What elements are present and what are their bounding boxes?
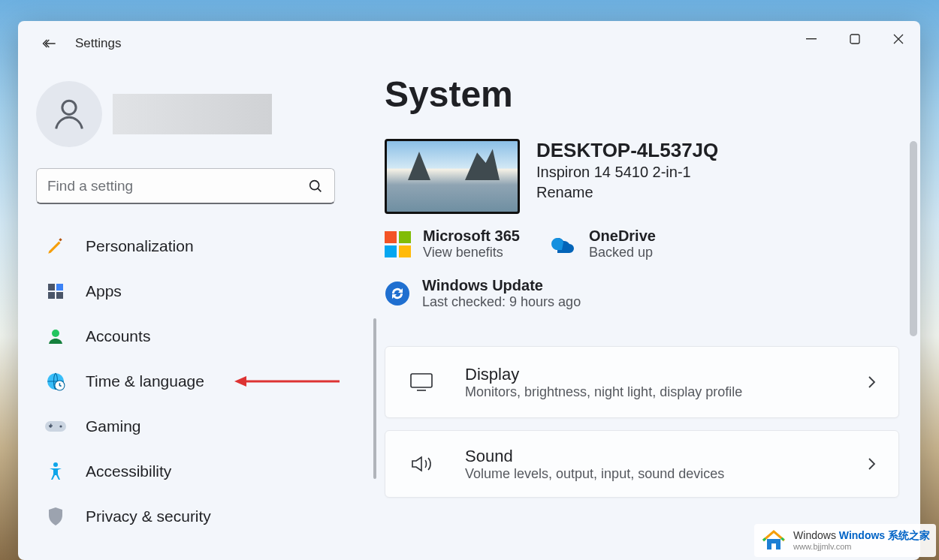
card-display[interactable]: Display Monitors, brightness, night ligh… bbox=[385, 346, 899, 418]
accessibility-icon bbox=[44, 459, 68, 483]
status-title: OneDrive bbox=[589, 227, 656, 245]
sidebar-item-label: Privacy & security bbox=[86, 507, 211, 525]
close-icon bbox=[893, 34, 904, 44]
svg-rect-22 bbox=[771, 543, 776, 549]
gamepad-icon bbox=[44, 414, 68, 438]
account-icon bbox=[44, 324, 68, 348]
content-area: Personalization Apps Accounts bbox=[18, 66, 920, 560]
device-thumbnail[interactable] bbox=[385, 139, 520, 214]
settings-window: Settings bbox=[18, 21, 920, 560]
status-title: Windows Update bbox=[422, 277, 581, 294]
update-icon bbox=[385, 281, 410, 306]
device-info: DESKTOP-4L537JQ Inspiron 14 5410 2-in-1 … bbox=[536, 139, 718, 201]
svg-rect-5 bbox=[56, 284, 63, 291]
sidebar-item-gaming[interactable]: Gaming bbox=[36, 405, 359, 447]
vertical-scrollbar[interactable] bbox=[910, 141, 917, 336]
svg-rect-7 bbox=[56, 292, 63, 299]
minimize-icon bbox=[806, 34, 817, 44]
watermark: Windows Windows 系统之家 www.bjjmlv.com bbox=[754, 524, 936, 557]
microsoft-logo-icon bbox=[385, 231, 411, 257]
device-summary: DESKTOP-4L537JQ Inspiron 14 5410 2-in-1 … bbox=[385, 139, 899, 214]
svg-rect-11 bbox=[45, 421, 66, 432]
watermark-url: www.bjjmlv.com bbox=[793, 542, 930, 551]
search-field[interactable] bbox=[36, 168, 335, 204]
status-subtitle: View benefits bbox=[423, 245, 520, 260]
sidebar-item-time-language[interactable]: Time & language bbox=[36, 360, 359, 402]
paintbrush-icon bbox=[44, 234, 68, 258]
svg-rect-4 bbox=[48, 284, 55, 291]
house-logo-icon bbox=[760, 527, 787, 554]
back-button[interactable] bbox=[33, 29, 63, 59]
sidebar-item-label: Personalization bbox=[86, 237, 194, 255]
apps-icon bbox=[44, 279, 68, 303]
close-button[interactable] bbox=[877, 21, 920, 57]
svg-rect-6 bbox=[48, 292, 55, 299]
page-title: System bbox=[385, 74, 899, 115]
svg-rect-0 bbox=[806, 38, 817, 39]
device-name: DESKTOP-4L537JQ bbox=[536, 139, 718, 162]
sidebar-item-accounts[interactable]: Accounts bbox=[36, 315, 359, 357]
sidebar-item-privacy-security[interactable]: Privacy & security bbox=[36, 495, 359, 537]
shield-icon bbox=[44, 504, 68, 528]
status-onedrive[interactable]: OneDrive Backed up bbox=[550, 227, 730, 260]
rename-link[interactable]: Rename bbox=[536, 184, 718, 201]
card-sound[interactable]: Sound Volume levels, output, input, soun… bbox=[385, 430, 899, 498]
sidebar-item-label: Time & language bbox=[86, 372, 204, 390]
chevron-right-icon bbox=[865, 456, 877, 471]
search-input[interactable] bbox=[47, 178, 307, 194]
sidebar-item-accessibility[interactable]: Accessibility bbox=[36, 450, 359, 492]
status-microsoft-365[interactable]: Microsoft 365 View benefits bbox=[385, 227, 550, 260]
svg-rect-15 bbox=[50, 424, 51, 428]
nav-list: Personalization Apps Accounts bbox=[36, 225, 374, 537]
device-model: Inspiron 14 5410 2-in-1 bbox=[536, 164, 718, 181]
search-icon bbox=[307, 178, 324, 194]
card-subtitle: Monitors, brightness, night light, displ… bbox=[465, 384, 865, 400]
sidebar-item-label: Accounts bbox=[86, 327, 150, 345]
card-title: Sound bbox=[465, 447, 865, 466]
main-panel: System DESKTOP-4L537JQ Inspiron 14 5410 … bbox=[374, 66, 920, 560]
card-title: Display bbox=[465, 365, 865, 384]
minimize-button[interactable] bbox=[790, 21, 833, 57]
card-subtitle: Volume levels, output, input, sound devi… bbox=[465, 466, 865, 482]
svg-point-2 bbox=[62, 101, 76, 114]
svg-point-19 bbox=[385, 282, 409, 306]
svg-point-3 bbox=[310, 180, 319, 189]
status-grid: Microsoft 365 View benefits OneDrive Bac… bbox=[385, 227, 899, 310]
watermark-brand: Windows 系统之家 bbox=[839, 529, 930, 541]
display-icon bbox=[406, 372, 436, 392]
status-windows-update[interactable]: Windows Update Last checked: 9 hours ago bbox=[385, 277, 730, 310]
maximize-icon bbox=[850, 34, 860, 44]
sidebar-item-label: Apps bbox=[86, 282, 122, 300]
person-icon bbox=[50, 95, 89, 134]
titlebar: Settings bbox=[18, 21, 920, 66]
profile-name-redacted bbox=[113, 94, 272, 134]
maximize-button[interactable] bbox=[833, 21, 877, 57]
sidebar: Personalization Apps Accounts bbox=[18, 66, 374, 560]
svg-point-8 bbox=[52, 330, 59, 337]
chevron-right-icon bbox=[865, 375, 877, 390]
sidebar-item-personalization[interactable]: Personalization bbox=[36, 225, 359, 267]
svg-rect-1 bbox=[850, 35, 859, 44]
globe-clock-icon bbox=[44, 369, 68, 393]
sound-icon bbox=[406, 454, 436, 474]
onedrive-icon bbox=[550, 235, 577, 253]
status-title: Microsoft 365 bbox=[423, 227, 520, 245]
avatar bbox=[36, 81, 102, 147]
sidebar-item-label: Gaming bbox=[86, 417, 141, 435]
svg-point-13 bbox=[59, 425, 62, 427]
svg-rect-20 bbox=[411, 374, 432, 387]
arrow-left-line-icon bbox=[42, 36, 59, 51]
sidebar-item-apps[interactable]: Apps bbox=[36, 270, 359, 312]
app-title: Settings bbox=[75, 36, 121, 51]
status-subtitle: Last checked: 9 hours ago bbox=[422, 294, 581, 310]
status-subtitle: Backed up bbox=[589, 245, 656, 260]
window-controls bbox=[790, 21, 920, 57]
svg-point-16 bbox=[53, 462, 58, 467]
profile-block[interactable] bbox=[36, 81, 374, 147]
sidebar-item-label: Accessibility bbox=[86, 462, 171, 480]
